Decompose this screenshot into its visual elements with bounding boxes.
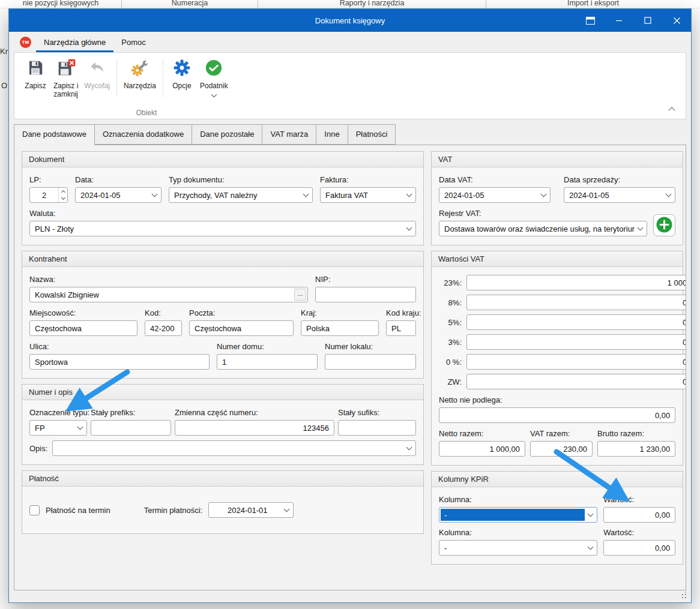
gear-icon (173, 59, 191, 79)
spin-up-icon[interactable] (59, 188, 67, 195)
zmienna-czesc-input[interactable] (175, 420, 334, 436)
numer-lokalu-input[interactable] (325, 354, 416, 370)
kod-kraju-input[interactable] (386, 320, 416, 336)
platnosc-na-termin-checkbox[interactable] (29, 505, 40, 515)
tab-vat-marza[interactable]: VAT marża (262, 124, 316, 145)
menu-tab-help[interactable]: Pomoc (113, 32, 153, 52)
data-vat-dropdown[interactable]: 2024-01-05 (439, 187, 551, 203)
vat3-netto-input[interactable] (466, 334, 686, 350)
background-tab[interactable]: nie pozycji księgowych (0, 0, 122, 8)
vat-razem-input[interactable] (530, 441, 593, 457)
ribbon-display-options-button[interactable] (576, 9, 605, 32)
brutto-razem-label: Brutto razem: (597, 429, 675, 438)
taxpayer-button[interactable]: Podatnik (197, 58, 231, 97)
kraj-input[interactable] (301, 320, 379, 336)
faktura-dropdown[interactable]: Faktura VAT (320, 187, 416, 203)
app-logo[interactable]: TM (20, 37, 31, 48)
tools-button[interactable]: Narzędzia (121, 58, 159, 91)
close-button[interactable] (662, 9, 691, 32)
vat0-netto-input[interactable] (466, 354, 686, 370)
kolumna-1-dropdown[interactable]: - (439, 507, 597, 523)
tab-dane-podstawowe[interactable]: Dane podstawowe (14, 124, 95, 145)
tabstrip: Dane podstawowe Oznaczenia dodatkowe Dan… (14, 124, 686, 145)
nazwa-lookup-button[interactable]: ... (294, 289, 306, 301)
wartosc-label: Wartość: (603, 495, 675, 504)
minimize-button[interactable] (605, 9, 633, 32)
background-tab[interactable]: Import i eksport (486, 0, 700, 8)
data-sprzedazy-dropdown[interactable]: 2024-01-05 (564, 187, 675, 203)
save-and-close-button[interactable]: Zapisz izamknij (50, 58, 81, 98)
group-dokument: Dokument LP: 2 Data: 2024-01-05 (22, 151, 424, 245)
titlebar[interactable]: Dokument księgowy (9, 9, 691, 32)
termin-platnosci-dropdown[interactable]: 2024-01-01 (208, 502, 294, 518)
tab-inne[interactable]: Inne (316, 124, 348, 145)
tab-dane-pozostale[interactable]: Dane pozostałe (192, 124, 262, 145)
data-date-dropdown[interactable]: 2024-01-05 (75, 187, 161, 203)
resize-grip-icon[interactable] (681, 593, 688, 600)
background-app-tabstrip: nie pozycji księgowych Numeracja Raporty… (0, 0, 700, 8)
wartosc-2-input[interactable] (603, 540, 675, 556)
typ-dokumentu-dropdown[interactable]: Przychody, VAT należny (169, 187, 313, 203)
group-vat-title: VAT (432, 152, 683, 167)
spin-down-icon[interactable] (59, 195, 67, 202)
lp-stepper[interactable]: 2 (29, 187, 68, 203)
nip-input[interactable] (315, 287, 416, 302)
tab-platnosci[interactable]: Płatności (348, 124, 396, 145)
platnosc-na-termin-label: Płatność na termin (46, 506, 110, 515)
tab-oznaczenia-dodatkowe[interactable]: Oznaczenia dodatkowe (94, 124, 192, 145)
add-vat-register-button[interactable] (653, 214, 675, 236)
chevron-down-icon (588, 544, 594, 550)
rate-label: ZW: (439, 377, 462, 386)
right-column: VAT Data VAT: 2024-01-05 Data sprzedaży:… (431, 151, 683, 565)
document-dialog: Dokument księgowy (8, 8, 692, 603)
ulica-input[interactable] (29, 354, 210, 370)
miejscowosc-input[interactable] (29, 320, 137, 336)
vat5-netto-input[interactable] (466, 314, 686, 330)
ribbon: Zapisz Zapisz izamknij Wycofaj Narzędzia (14, 52, 686, 119)
nazwa-input[interactable] (29, 287, 308, 302)
save-button[interactable]: Zapisz (20, 58, 50, 91)
netto-nie-podlega-label: Netto nie podlega: (439, 395, 675, 404)
numer-domu-input[interactable] (217, 354, 318, 370)
chevron-down-icon (284, 506, 290, 512)
dialog-footer (9, 590, 691, 602)
poczta-label: Poczta: (189, 308, 294, 317)
background-tab[interactable]: Raporty i narzędzia (258, 0, 486, 8)
menu-tab-home[interactable]: Narzędzia główne (36, 32, 113, 52)
rejestr-vat-dropdown[interactable]: Dostawa towarów oraz świadczenie usług, … (439, 221, 647, 236)
kolumna-2-dropdown[interactable]: - (439, 540, 597, 556)
group-numer-i-opis: Numer i opis Oznaczenie typu: FP Stały p… (22, 384, 424, 465)
background-tab[interactable]: Numeracja (122, 0, 258, 8)
maximize-button[interactable] (633, 9, 662, 32)
vat8-netto-input[interactable] (466, 295, 686, 310)
lp-spin-buttons[interactable] (58, 188, 67, 202)
staly-prefiks-input[interactable] (91, 420, 171, 436)
waluta-dropdown[interactable]: PLN - Złoty (29, 221, 416, 236)
vat23-netto-input[interactable] (466, 275, 686, 290)
netto-nie-podlega-input[interactable] (439, 407, 675, 423)
group-kolumny-kpir-title: Kolumny KPiR (432, 472, 683, 487)
opis-dropdown[interactable] (52, 440, 416, 456)
faktura-label: Faktura: (320, 175, 416, 184)
kod-label: Kod: (145, 308, 182, 317)
minimize-icon (615, 17, 623, 24)
ribbon-collapse-button[interactable] (665, 104, 678, 114)
wartosc-1-input[interactable] (603, 507, 675, 523)
options-label: Opcje (172, 82, 191, 91)
opis-label: Opis: (29, 444, 47, 453)
options-button[interactable]: Opcje (167, 58, 197, 91)
staly-sufiks-input[interactable] (338, 420, 416, 436)
brutto-razem-input[interactable] (597, 441, 675, 457)
background-text-fragment: Kr (0, 47, 8, 56)
oznaczenie-typu-dropdown[interactable]: FP (29, 420, 87, 436)
group-kolumny-kpir: Kolumny KPiR Kolumna: - Wartość: (431, 471, 683, 565)
data-sprzedazy-label: Data sprzedaży: (564, 175, 675, 184)
netto-razem-input[interactable] (439, 441, 525, 457)
kod-input[interactable] (145, 320, 182, 336)
poczta-input[interactable] (189, 320, 294, 336)
undo-label: Wycofaj (84, 82, 110, 91)
group-kontrahent-title: Kontrahent (22, 251, 423, 267)
vatzw-netto-input[interactable] (466, 374, 686, 389)
ribbon-separator (116, 59, 117, 97)
staly-sufiks-label: Stały sufiks: (338, 408, 416, 417)
